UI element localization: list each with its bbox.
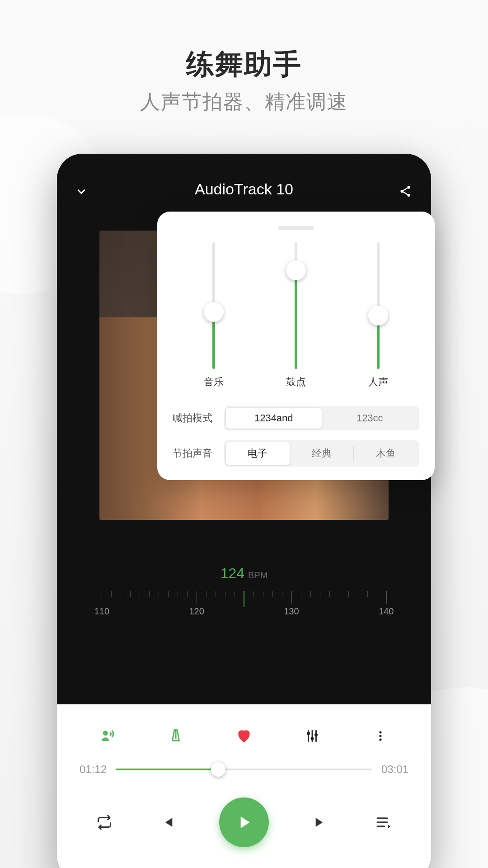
voice-button[interactable]: [98, 726, 117, 746]
skip-next-icon: [313, 815, 328, 830]
ruler-label: 110: [94, 606, 109, 617]
segment-option[interactable]: 1234and: [226, 408, 322, 429]
mixer-panel: 音乐鼓点人声 喊拍模式 1234and123cc 节拍声音 电子经典木鱼: [157, 212, 435, 480]
more-button[interactable]: [371, 726, 390, 746]
player-bottom: 01:12 03:01: [57, 704, 431, 868]
headline: 练舞助手 人声节拍器、精准调速: [0, 0, 488, 115]
mode-label: 喊拍模式: [173, 411, 218, 425]
favorite-button[interactable]: [234, 726, 254, 746]
share-icon: [399, 184, 412, 198]
playlist-icon: [375, 814, 392, 830]
svg-point-5: [311, 737, 314, 740]
next-button[interactable]: [310, 811, 332, 833]
bpm-pointer: [244, 591, 244, 607]
svg-point-6: [314, 733, 318, 736]
more-vertical-icon: [374, 730, 387, 742]
metronome-button[interactable]: [166, 726, 186, 746]
bpm-display: 124BPM 110120130140: [57, 565, 431, 623]
segment-option[interactable]: 电子: [226, 442, 290, 465]
metronome-icon: [168, 728, 184, 744]
slider-label: 音乐: [204, 375, 224, 389]
chevron-down-icon: [75, 185, 88, 198]
segment-option[interactable]: 经典: [290, 442, 354, 465]
sound-segment: 电子经典木鱼: [224, 440, 419, 467]
segment-option[interactable]: 木鱼: [354, 442, 418, 465]
voice-icon: [99, 727, 116, 745]
drag-handle[interactable]: [278, 226, 314, 230]
svg-point-3: [103, 731, 108, 736]
time-current: 01:12: [80, 763, 107, 776]
ruler-label: 130: [284, 606, 299, 617]
slider-label: 鼓点: [286, 375, 306, 389]
collapse-button[interactable]: [73, 185, 89, 198]
svg-point-4: [307, 732, 310, 735]
slider-label: 人声: [368, 375, 388, 389]
bpm-value: 124: [221, 565, 244, 581]
progress-bar[interactable]: [116, 769, 372, 770]
sliders-icon: [305, 728, 320, 744]
sound-label: 节拍声音: [173, 447, 218, 460]
progress-thumb[interactable]: [211, 762, 225, 777]
sliders-group: 音乐鼓点人声: [173, 239, 419, 396]
segment-option[interactable]: 123cc: [322, 408, 418, 429]
svg-point-9: [380, 739, 382, 741]
player-header: AudioTrack 10: [57, 154, 431, 203]
play-icon: [234, 812, 254, 832]
share-button[interactable]: [399, 184, 415, 198]
mode-segment: 1234and123cc: [224, 406, 419, 430]
time-total: 03:01: [381, 763, 408, 776]
heart-icon: [235, 727, 253, 745]
bpm-ruler[interactable]: 110120130140: [57, 591, 431, 623]
queue-button[interactable]: [373, 811, 394, 833]
previous-button[interactable]: [156, 811, 178, 833]
svg-point-7: [380, 731, 382, 733]
slider-0[interactable]: 音乐: [204, 242, 224, 389]
ruler-label: 120: [189, 606, 204, 617]
repeat-icon: [96, 814, 113, 830]
transport-row: [73, 790, 415, 854]
ruler-label: 140: [379, 606, 394, 617]
headline-title: 练舞助手: [0, 45, 488, 83]
slider-2[interactable]: 人声: [368, 242, 388, 389]
play-button[interactable]: [219, 797, 269, 847]
skip-previous-icon: [160, 815, 175, 830]
mode-row: 喊拍模式 1234and123cc: [173, 406, 419, 430]
progress-fill: [116, 769, 218, 770]
track-title: AudioTrack 10: [195, 180, 293, 198]
mixer-button[interactable]: [302, 726, 322, 746]
slider-1[interactable]: 鼓点: [286, 242, 306, 389]
svg-point-8: [380, 735, 382, 737]
headline-subtitle: 人声节拍器、精准调速: [0, 89, 488, 115]
tool-row: [73, 718, 415, 760]
repeat-button[interactable]: [94, 811, 115, 833]
progress-row: 01:12 03:01: [73, 760, 415, 790]
bpm-unit: BPM: [248, 570, 267, 580]
sound-row: 节拍声音 电子经典木鱼: [173, 440, 419, 467]
